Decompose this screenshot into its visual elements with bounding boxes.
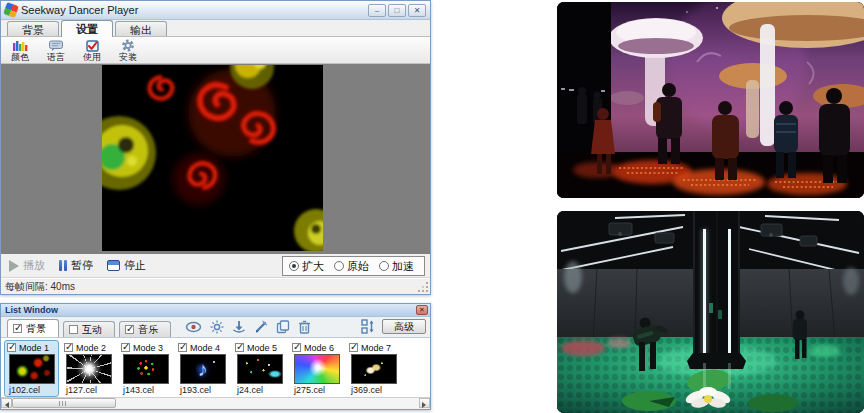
list-toolbar-right: 高级 — [361, 319, 426, 334]
mode-6-thumbnail — [294, 354, 340, 384]
mode-5-checkbox[interactable] — [235, 343, 244, 352]
radio-enlarge-dot — [289, 261, 299, 271]
mode-6-label: Mode 6 — [304, 343, 334, 353]
player-window: Seekway Dancer Player – □ ✕ 背景 设置 输出 — [0, 0, 431, 295]
mode-1-label: Mode 1 — [19, 343, 49, 353]
player-window-title: Seekway Dancer Player — [21, 4, 364, 16]
trash-icon[interactable] — [298, 320, 311, 334]
arrange-sort-icon[interactable] — [361, 319, 376, 334]
mode-3-checkbox[interactable] — [121, 343, 130, 352]
list-window-title: List Window — [5, 305, 412, 315]
mode-item-2[interactable]: Mode 2 j127.cel — [61, 340, 116, 397]
stop-button[interactable]: 停止 — [107, 258, 146, 273]
usage-button[interactable]: 使用 — [77, 39, 107, 62]
preview-eye-icon[interactable] — [185, 321, 202, 333]
scrollbar-thumb[interactable] — [12, 398, 116, 408]
radio-enlarge-label: 扩大 — [302, 259, 324, 274]
music-checkbox[interactable] — [125, 325, 134, 334]
advanced-button[interactable]: 高级 — [382, 319, 426, 334]
scroll-left-arrow[interactable] — [1, 398, 12, 408]
mode-item-5[interactable]: Mode 5 j24.cel — [232, 340, 287, 397]
list-tab-interactive-label: 互动 — [82, 323, 102, 337]
mode-1-thumbnail — [9, 354, 55, 384]
list-close-button[interactable]: ✕ — [416, 305, 428, 315]
brightness-sun-icon[interactable] — [210, 320, 224, 334]
mode-6-filename: j275.cel — [292, 385, 341, 395]
frame-interval-status: 每帧间隔: 40ms — [5, 280, 75, 294]
language-button[interactable]: 语言 — [41, 39, 71, 62]
mode-7-thumbnail — [351, 354, 397, 384]
background-checkbox[interactable] — [13, 324, 22, 333]
player-tabstrip: 背景 设置 输出 — [1, 20, 430, 37]
play-button[interactable]: 播放 — [9, 258, 45, 273]
close-button[interactable]: ✕ — [408, 4, 426, 17]
list-window-titlebar[interactable]: List Window ✕ — [1, 304, 430, 317]
import-download-icon[interactable] — [232, 320, 246, 334]
player-statusbar: 每帧间隔: 40ms — [1, 278, 430, 294]
stop-label: 停止 — [124, 258, 146, 273]
mode-4-label: Mode 4 — [190, 343, 220, 353]
list-toolbar-icons — [185, 320, 311, 334]
mode-5-filename: j24.cel — [235, 385, 284, 395]
list-tab-background-label: 背景 — [26, 322, 46, 336]
install-button[interactable]: 安装 — [113, 39, 143, 62]
stop-icon — [107, 260, 120, 271]
player-toolbar: 颜色 语言 — [1, 37, 430, 64]
mode-6-checkbox[interactable] — [292, 343, 301, 352]
mode-item-4[interactable]: Mode 4 j193.cel — [175, 340, 230, 397]
mode-list: Mode 1 j102.cel Mode 2 j127.cel Mode 3 — [1, 338, 430, 397]
preview-area — [1, 64, 430, 254]
mode-item-3[interactable]: Mode 3 j143.cel — [118, 340, 173, 397]
preview-canvas — [102, 65, 323, 251]
tab-output[interactable]: 输出 — [115, 21, 167, 36]
list-tab-toolbar: 背景 互动 音乐 — [1, 317, 430, 338]
color-button[interactable]: 颜色 — [5, 39, 35, 62]
checkbox-check-icon — [86, 39, 99, 52]
horizontal-scrollbar[interactable] — [1, 397, 430, 408]
list-tab-music-label: 音乐 — [138, 323, 158, 337]
minimize-button[interactable]: – — [368, 4, 386, 17]
mode-2-label: Mode 2 — [76, 343, 106, 353]
list-window: List Window ✕ 背景 互动 音乐 — [0, 303, 431, 410]
mode-1-filename: j102.cel — [7, 385, 56, 395]
radio-accelerate-label: 加速 — [392, 259, 414, 274]
interactive-checkbox[interactable] — [69, 325, 78, 334]
copy-icon[interactable] — [276, 320, 290, 334]
mode-item-7[interactable]: Mode 7 j369.cel — [346, 340, 401, 397]
pause-button[interactable]: 暂停 — [59, 258, 93, 273]
brush-edit-icon[interactable] — [254, 320, 268, 334]
mode-item-6[interactable]: Mode 6 j275.cel — [289, 340, 344, 397]
maximize-button[interactable]: □ — [388, 4, 406, 17]
radio-original[interactable]: 原始 — [334, 259, 369, 274]
tab-background[interactable]: 背景 — [7, 21, 59, 36]
pause-icon — [59, 260, 67, 271]
mode-2-checkbox[interactable] — [64, 343, 73, 352]
scroll-right-arrow[interactable] — [419, 398, 430, 408]
mode-item-1[interactable]: Mode 1 j102.cel — [4, 340, 59, 397]
tab-settings[interactable]: 设置 — [61, 20, 113, 37]
language-icon — [48, 39, 64, 52]
radio-enlarge[interactable]: 扩大 — [289, 259, 324, 274]
radio-accelerate-dot — [379, 261, 389, 271]
palette-icon — [12, 39, 28, 52]
photo-top-graphic — [557, 2, 864, 198]
mode-3-filename: j143.cel — [121, 385, 170, 395]
screenshot-root: Seekway Dancer Player – □ ✕ 背景 设置 输出 — [0, 0, 864, 413]
photo-led-pond-room — [557, 211, 864, 413]
language-button-label: 语言 — [47, 52, 65, 62]
mode-7-checkbox[interactable] — [349, 343, 358, 352]
list-tab-background[interactable]: 背景 — [7, 319, 59, 337]
radio-accelerate[interactable]: 加速 — [379, 259, 414, 274]
mode-5-thumbnail — [237, 354, 283, 384]
install-button-label: 安装 — [119, 52, 137, 62]
pause-label: 暂停 — [71, 258, 93, 273]
list-tab-music[interactable]: 音乐 — [119, 321, 171, 337]
player-titlebar[interactable]: Seekway Dancer Player – □ ✕ — [1, 1, 430, 20]
play-label: 播放 — [23, 258, 45, 273]
mode-4-checkbox[interactable] — [178, 343, 187, 352]
gear-icon — [121, 39, 135, 52]
mode-1-checkbox[interactable] — [7, 343, 16, 352]
list-tab-interactive[interactable]: 互动 — [63, 321, 115, 337]
display-mode-group: 扩大 原始 加速 — [282, 256, 425, 276]
resize-grip[interactable] — [419, 283, 429, 293]
